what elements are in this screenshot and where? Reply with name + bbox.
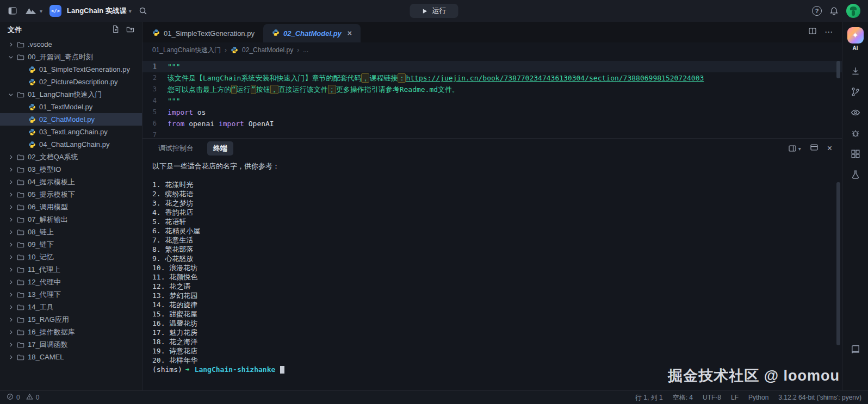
tree-file[interactable]: 01_TextModel.py	[0, 101, 142, 113]
help-icon[interactable]: ?	[812, 6, 822, 16]
tree-folder[interactable]: 10_记忆	[0, 251, 142, 263]
tree-folder[interactable]: 07_解析输出	[0, 213, 142, 226]
indentation-setting[interactable]: 空格: 4	[673, 393, 693, 402]
tree-folder[interactable]: 13_代理下	[0, 288, 142, 301]
language-mode[interactable]: Python	[748, 394, 768, 401]
download-icon[interactable]	[851, 61, 860, 82]
line-number: 2	[142, 72, 168, 84]
tree-file[interactable]: 01_SimpleTextGeneration.py	[0, 63, 142, 76]
preview-eye-icon[interactable]	[851, 102, 860, 123]
code-link[interactable]: https://juejin.cn/book/73877023474361303…	[406, 74, 704, 82]
tree-folder[interactable]: .vscode	[0, 38, 142, 51]
python-interpreter[interactable]: 3.12.2 64-bit ('shims': pyenv)	[778, 394, 861, 401]
chevron-icon	[8, 204, 14, 210]
terminal-line: 17. 魅力花房	[152, 328, 842, 337]
project-name: LangChain 实战课	[67, 6, 127, 16]
tree-folder[interactable]: 04_提示模板上	[0, 176, 142, 188]
terminal-line: 11. 花颜悦色	[152, 272, 842, 282]
code-editor[interactable]: 1"""2该文件是【LangChain系统安装和快速入门】章节的配套代码，课程链…	[142, 58, 842, 138]
tree-folder[interactable]: 01_LangChain快速入门	[0, 88, 142, 101]
more-actions-icon[interactable]: ⋯	[824, 27, 833, 37]
split-editor-icon[interactable]	[808, 27, 817, 38]
tree-folder[interactable]: 11_代理上	[0, 263, 142, 276]
terminal-layout-icon[interactable]: ▾	[788, 144, 801, 153]
chevron-down-icon: ▾	[129, 8, 132, 14]
breadcrumb-item[interactable]: 02_ChatModel.py	[242, 46, 293, 54]
new-file-icon[interactable]	[111, 25, 120, 35]
tree-item-label: 03_TextLangChain.py	[39, 128, 108, 136]
toggle-sidebar-icon[interactable]	[8, 6, 17, 16]
docs-book-icon[interactable]	[851, 339, 860, 360]
editor-scrollbar[interactable]	[836, 61, 840, 78]
project-switcher[interactable]: </> LangChain 实战课 ▾	[49, 5, 132, 17]
app-logo[interactable]: ▾	[24, 7, 42, 15]
chevron-down-icon: ▾	[798, 146, 801, 152]
git-branch-icon[interactable]	[851, 82, 860, 102]
tree-item-label: 10_记忆	[28, 252, 54, 262]
tree-file[interactable]: 02_PictureDescription.py	[0, 76, 142, 88]
close-tab-icon[interactable]: ×	[348, 29, 352, 38]
tree-file[interactable]: 04_ChatLangChain.py	[0, 138, 142, 151]
user-avatar[interactable]	[846, 4, 860, 18]
terminal-line: 10. 浪漫花坊	[152, 263, 842, 272]
eol-setting[interactable]: LF	[731, 394, 739, 401]
bell-icon[interactable]	[829, 7, 839, 16]
chevron-icon	[8, 179, 14, 185]
tree-file[interactable]: 03_TextLangChain.py	[0, 126, 142, 138]
terminal-cursor	[280, 366, 284, 374]
terminal[interactable]: 以下是一些适合花店的名字，供你参考： 1. 花漾时光2. 缤纷花语3. 花之梦坊…	[142, 158, 842, 390]
editor-tab[interactable]: 01_SimpleTextGeneration.py	[144, 24, 263, 42]
tree-folder[interactable]: 12_代理中	[0, 276, 142, 288]
chevron-down-icon: ▾	[40, 8, 42, 14]
extensions-icon[interactable]	[851, 144, 860, 164]
chevron-icon	[8, 192, 14, 197]
tree-item-label: 13_代理下	[28, 290, 61, 300]
encoding-setting[interactable]: UTF-8	[703, 394, 721, 401]
code-token: 该文件是【LangChain系统安装和快速入门】章节的配套代码	[168, 74, 361, 82]
editor-tab[interactable]: 02_ChatModel.py×	[263, 24, 361, 42]
tree-item-label: 14_工具	[28, 302, 54, 312]
tree-folder[interactable]: 06_调用模型	[0, 201, 142, 213]
tree-item-label: 08_链上	[28, 227, 54, 237]
ai-assistant-button[interactable]: ✦ AI	[847, 27, 864, 51]
run-button[interactable]: 运行	[410, 4, 458, 18]
code-token: import	[219, 120, 244, 128]
tree-folder[interactable]: 09_链下	[0, 238, 142, 251]
tree-folder[interactable]: 14_工具	[0, 301, 142, 313]
test-flask-icon[interactable]	[851, 164, 860, 185]
tree-folder[interactable]: 08_链上	[0, 226, 142, 238]
panel-tab[interactable]: 终端	[207, 141, 233, 156]
close-panel-icon[interactable]: ×	[827, 144, 832, 153]
cursor-position[interactable]: 行 1, 列 1	[635, 393, 663, 402]
tree-folder[interactable]: 16_操作数据库	[0, 326, 142, 338]
tree-folder[interactable]: 03_模型IO	[0, 163, 142, 176]
breadcrumb-item[interactable]: 01_LangChain快速入门	[152, 46, 221, 55]
new-folder-icon[interactable]	[126, 25, 134, 35]
breadcrumb-item[interactable]: ...	[303, 46, 308, 54]
search-icon[interactable]	[139, 7, 147, 15]
chevron-icon	[8, 154, 14, 160]
folder-icon	[17, 278, 25, 286]
tree-folder[interactable]: 02_文档QA系统	[0, 151, 142, 163]
tree-item-label: 01_LangChain快速入门	[28, 90, 102, 100]
maximize-panel-icon[interactable]	[810, 143, 819, 154]
code-token: os	[193, 108, 206, 116]
bottom-panel: 调试控制台终端 ▾ ×	[142, 138, 842, 390]
tree-folder[interactable]: 15_RAG应用	[0, 313, 142, 326]
code-token: “	[231, 85, 237, 94]
folder-icon	[17, 216, 25, 223]
terminal-scrollbar[interactable]	[836, 182, 840, 345]
tree-item-label: 02_ChatModel.py	[39, 115, 95, 123]
topbar-right-group: ?	[812, 4, 860, 18]
bug-icon[interactable]	[851, 123, 860, 144]
tree-folder[interactable]: 05_提示模板下	[0, 188, 142, 201]
line-number: 1	[142, 61, 168, 72]
tree-folder[interactable]: 18_CAMEL	[0, 351, 142, 363]
line-number: 6	[142, 118, 168, 129]
warning-count: 0	[36, 394, 40, 401]
tree-folder[interactable]: 00_开篇词_奇点时刻	[0, 51, 142, 63]
problems-indicator[interactable]: 0 0	[7, 393, 39, 402]
panel-tab[interactable]: 调试控制台	[152, 141, 200, 156]
tree-folder[interactable]: 17_回调函数	[0, 338, 142, 351]
tree-file[interactable]: 02_ChatModel.py	[0, 113, 142, 126]
